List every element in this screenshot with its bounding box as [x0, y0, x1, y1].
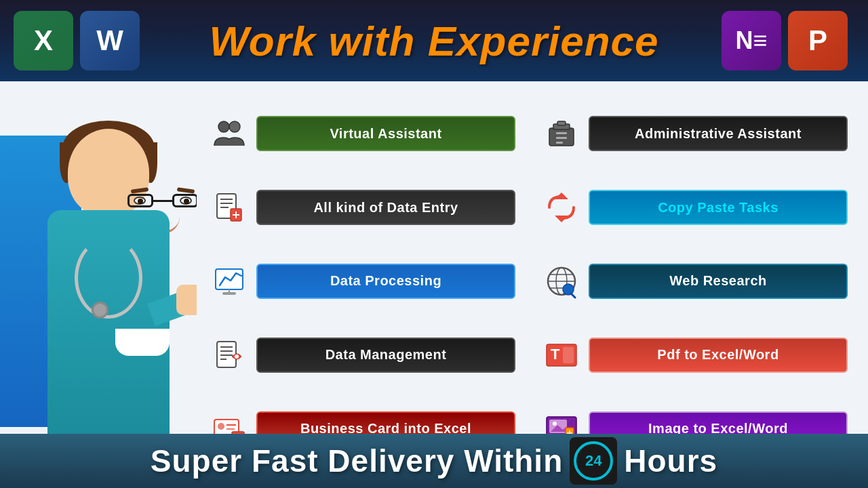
svg-rect-6 [556, 137, 567, 139]
glasses [127, 194, 197, 209]
data-processing-icon [210, 262, 248, 300]
header-banner: X W Work with Experience N≡ P [0, 0, 868, 81]
hand-right [176, 285, 197, 315]
head [68, 129, 149, 217]
data-processing-button[interactable]: Data Processing [256, 264, 515, 299]
main-content: Virtual Assistant Administrative Assista… [0, 81, 868, 474]
eyebrow-right [177, 187, 195, 194]
service-copy-paste: Copy Paste Tasks [542, 176, 848, 240]
footer-text-before: Super Fast Delivery Within [151, 443, 563, 479]
onenote-icon: N≡ [722, 11, 781, 70]
character-illustration [14, 102, 197, 468]
svg-rect-4 [557, 121, 566, 125]
excel-icon: X [14, 11, 73, 70]
pdf-to-excel-button[interactable]: Pdf to Excel/Word [589, 338, 848, 373]
footer-banner: Super Fast Delivery Within 24 Hours [0, 434, 868, 488]
svg-point-1 [229, 121, 240, 132]
svg-point-45 [553, 422, 557, 426]
admin-assistant-icon [542, 115, 580, 152]
eyebrow-left [131, 187, 149, 194]
copy-paste-button[interactable]: Copy Paste Tasks [589, 190, 848, 225]
data-management-button[interactable]: Data Management [256, 338, 515, 373]
character-section [0, 81, 197, 474]
virtual-assistant-icon [210, 115, 248, 152]
svg-rect-7 [556, 142, 563, 144]
svg-line-26 [571, 293, 575, 298]
powerpoint-icon: P [788, 11, 848, 70]
stethoscope-head [92, 302, 108, 319]
service-data-processing: Data Processing [210, 249, 515, 314]
clock-24: 24 [574, 441, 613, 481]
clock-number: 24 [585, 452, 601, 470]
page-title: Work with Experience [146, 17, 722, 65]
svg-point-0 [218, 121, 229, 132]
copy-paste-icon [542, 188, 580, 226]
virtual-assistant-button[interactable]: Virtual Assistant [256, 116, 515, 151]
service-data-management: Data Management [210, 323, 515, 387]
administrative-assistant-button[interactable]: Administrative Assistant [589, 116, 848, 151]
service-administrative-assistant: Administrative Assistant [542, 102, 848, 166]
footer-text-after: Hours [624, 443, 717, 479]
shirt [115, 329, 170, 356]
word-icon: W [80, 11, 140, 70]
svg-rect-5 [556, 132, 567, 134]
svg-point-37 [218, 423, 224, 430]
svg-rect-18 [222, 292, 236, 295]
service-virtual-assistant: Virtual Assistant [210, 102, 515, 166]
services-grid: Virtual Assistant Administrative Assista… [197, 81, 868, 474]
data-entry-icon [210, 188, 248, 226]
data-management-icon [210, 336, 248, 374]
data-entry-button[interactable]: All kind of Data Entry [256, 190, 515, 225]
service-pdf-to-excel: T Pdf to Excel/Word [542, 323, 848, 387]
service-web-research: Web Research [542, 249, 848, 314]
clock-badge: 24 [570, 437, 617, 485]
web-research-button[interactable]: Web Research [589, 264, 848, 299]
pdf-excel-icon: T [542, 336, 580, 374]
stethoscope [75, 237, 142, 319]
service-data-entry: All kind of Data Entry [210, 176, 515, 240]
svg-point-32 [235, 354, 239, 359]
web-research-icon [542, 262, 580, 300]
svg-rect-35 [563, 347, 574, 363]
svg-text:T: T [551, 346, 560, 363]
